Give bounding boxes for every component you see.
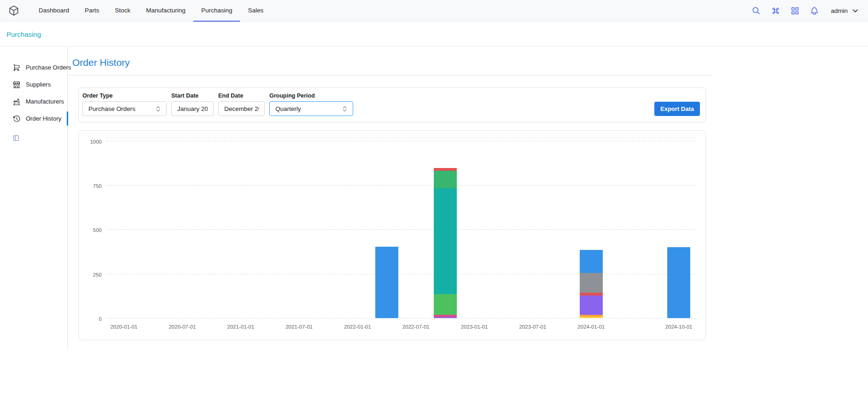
grouping-period-select[interactable]: Quarterly (269, 101, 353, 116)
building-store-icon (12, 81, 21, 89)
chart-y-axis: 02505007501000 (83, 138, 106, 319)
sidebar-item-label: Manufacturers (26, 98, 64, 105)
sidebar-item-suppliers[interactable]: Suppliers (0, 76, 67, 93)
tab-purchasing[interactable]: Purchasing (193, 0, 240, 22)
bar-segment (434, 294, 457, 315)
start-date-input[interactable] (171, 101, 214, 116)
bar-segment (434, 188, 457, 294)
bar-segment (580, 293, 603, 296)
main-nav-tabs: Dashboard Parts Stock Manufacturing Purc… (31, 0, 271, 22)
grouping-period-value: Quarterly (275, 105, 301, 112)
tab-sales[interactable]: Sales (240, 0, 271, 22)
chart-gridline (106, 229, 695, 230)
x-axis-label: 2021-07-01 (285, 324, 313, 330)
filter-card: Order Type Purchase Orders Start Date En… (78, 87, 706, 122)
y-axis-label: 500 (93, 227, 102, 233)
sidebar-item-label: Order History (26, 115, 61, 122)
order-type-select[interactable]: Purchase Orders (82, 101, 167, 116)
order-history-chart-card: 02505007501000 2020-01-012020-07-012021-… (78, 130, 706, 340)
chart-gridline (106, 274, 695, 274)
search-icon[interactable] (751, 6, 761, 16)
bar-segment (580, 317, 603, 318)
history-icon (12, 115, 21, 123)
breadcrumb-purchasing-link[interactable]: Purchasing (6, 30, 41, 38)
bar-segment (434, 317, 457, 318)
chart-bar[interactable] (375, 247, 398, 318)
command-palette-icon[interactable] (771, 6, 781, 16)
tab-manufacturing[interactable]: Manufacturing (138, 0, 193, 22)
sidebar-item-manufacturers[interactable]: Manufacturers (0, 93, 67, 110)
y-axis-label: 250 (93, 272, 102, 278)
main-panel: Order History Order Type Purchase Orders… (68, 47, 712, 340)
end-date-label: End Date (218, 93, 265, 99)
sidebar-collapse-icon[interactable] (12, 134, 20, 142)
tab-dashboard[interactable]: Dashboard (31, 0, 77, 22)
x-axis-label: 2020-07-01 (169, 324, 196, 330)
shopping-cart-icon (12, 64, 21, 72)
x-axis-label: 2021-01-01 (227, 324, 254, 330)
x-axis-label: 2020-01-01 (111, 324, 138, 330)
chart-bar[interactable] (667, 247, 690, 318)
bar-segment (580, 295, 603, 315)
page-title: Order History (72, 56, 712, 69)
order-type-label: Order Type (82, 93, 167, 99)
chevron-updown-icon (342, 105, 347, 112)
tab-parts[interactable]: Parts (77, 0, 107, 22)
sidebar-item-purchase-orders[interactable]: Purchase Orders (0, 59, 67, 76)
chart-bar[interactable] (580, 250, 603, 318)
y-axis-label: 1000 (90, 139, 102, 145)
bar-segment (580, 250, 603, 273)
bar-segment (580, 273, 603, 292)
x-axis-label: 2023-01-01 (461, 324, 488, 330)
grouping-period-field: Grouping Period Quarterly (269, 93, 353, 116)
navbar-actions: admin (751, 6, 860, 16)
order-type-field: Order Type Purchase Orders (82, 93, 167, 116)
end-date-input[interactable] (218, 101, 265, 116)
grouping-period-label: Grouping Period (269, 93, 353, 99)
y-axis-label: 0 (99, 316, 102, 322)
chart-plot-area: 2020-01-012020-07-012021-01-012021-07-01… (106, 138, 695, 319)
x-axis-label: 2024-01-01 (577, 324, 605, 330)
chevron-down-icon (851, 6, 860, 15)
sidebar-item-label: Purchase Orders (26, 64, 71, 71)
sidebar-item-label: Suppliers (26, 81, 51, 88)
tab-stock[interactable]: Stock (107, 0, 139, 22)
notifications-bell-icon[interactable] (810, 6, 819, 16)
breadcrumb: Purchasing (0, 22, 868, 46)
building-factory-icon (12, 98, 21, 106)
purchasing-sidebar: Purchase Orders Suppliers Manufacturers (0, 47, 68, 349)
chart-gridline (106, 141, 695, 141)
end-date-field: End Date (218, 93, 265, 116)
chart-gridline (106, 318, 695, 319)
username-label: admin (831, 7, 848, 14)
y-axis-label: 750 (93, 183, 102, 189)
bar-segment (375, 247, 398, 318)
export-data-button[interactable]: Export Data (654, 102, 700, 116)
x-axis-label: 2022-01-01 (344, 324, 371, 330)
start-date-label: Start Date (171, 93, 214, 99)
sidebar-item-order-history[interactable]: Order History (0, 110, 67, 127)
chevron-updown-icon (156, 105, 161, 112)
start-date-field: Start Date (171, 93, 214, 116)
top-navbar: Dashboard Parts Stock Manufacturing Purc… (0, 0, 868, 22)
x-axis-label: 2023-07-01 (519, 324, 547, 330)
order-history-chart: 02505007501000 2020-01-012020-07-012021-… (83, 138, 695, 319)
app-logo-icon[interactable] (8, 5, 20, 17)
bar-segment (667, 247, 690, 318)
barcode-scan-icon[interactable] (790, 6, 800, 16)
bar-segment (434, 171, 457, 189)
title-divider (68, 75, 712, 75)
order-type-value: Purchase Orders (88, 105, 135, 112)
chart-gridline (106, 185, 695, 185)
x-axis-label: 2022-07-01 (402, 324, 430, 330)
chart-bar[interactable] (434, 168, 457, 318)
user-menu[interactable]: admin (831, 6, 860, 15)
x-axis-label: 2024-10-01 (665, 324, 693, 330)
